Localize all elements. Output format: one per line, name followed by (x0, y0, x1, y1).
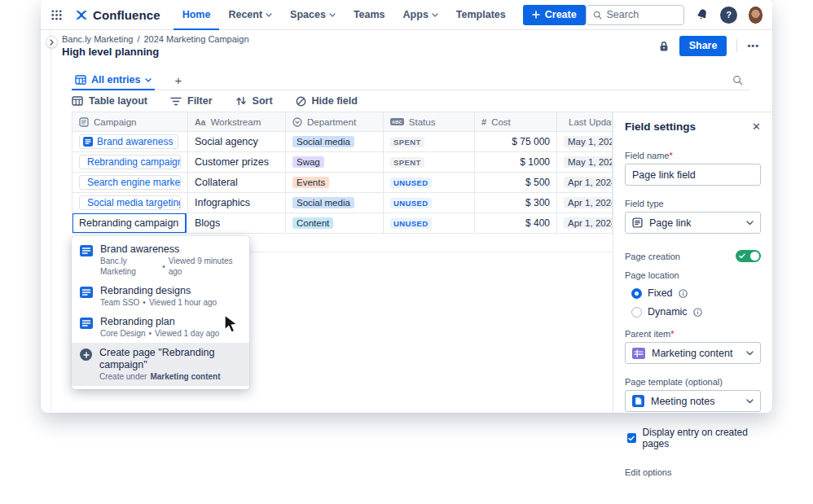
confluence-window: Confluence Home Recent Spaces Teams Apps… (41, 0, 772, 413)
database-icon (632, 348, 645, 359)
table-layout-button[interactable]: Table layout (72, 95, 147, 107)
page-link-combobox[interactable]: Rebranding campaign (73, 213, 187, 234)
field-name-input[interactable] (625, 164, 761, 186)
department-cell[interactable]: Content (286, 213, 384, 234)
column-header-cost[interactable]: # Cost (475, 112, 557, 132)
status-cell[interactable]: UNUSED (384, 193, 475, 213)
radio-dynamic[interactable]: Dynamic (631, 306, 761, 318)
workstream-cell[interactable]: Social agency (188, 132, 286, 152)
create-page-option[interactable]: Create page "Rebranding campaign" Create… (72, 343, 249, 386)
text-field-icon: Aa (195, 117, 205, 127)
nav-recent[interactable]: Recent (219, 0, 281, 30)
date-cell[interactable]: Apr 1, 2024 (557, 213, 613, 234)
space-name: Banc.ly Marketing (100, 256, 159, 277)
table-search-icon[interactable] (732, 75, 743, 85)
department-badge: Social media (292, 197, 354, 208)
display-entry-checkbox-row[interactable]: Display entry on created pages (627, 427, 761, 449)
create-target: Marketing content (150, 371, 220, 382)
close-icon[interactable]: ✕ (752, 121, 761, 133)
parent-item-select[interactable]: Marketing content (625, 342, 761, 364)
breadcrumb-page[interactable]: 2024 Marketing Campaign (144, 34, 249, 44)
field-type-select[interactable]: Page link (625, 212, 761, 234)
nav-apps[interactable]: Apps (394, 0, 447, 30)
page-icon (80, 287, 93, 308)
status-cell[interactable]: UNUSED (384, 173, 475, 193)
top-navigation: Confluence Home Recent Spaces Teams Apps… (41, 0, 772, 30)
share-button[interactable]: Share (679, 36, 727, 56)
column-header-status[interactable]: ABC Status (384, 112, 475, 132)
status-cell[interactable]: UNUSED (384, 213, 475, 234)
workstream-cell[interactable]: Blogs (188, 213, 286, 234)
column-header-campaign[interactable]: Campaign (73, 112, 188, 132)
department-cell[interactable]: Events (286, 173, 384, 193)
sort-button[interactable]: Sort (235, 95, 273, 107)
cost-cell[interactable]: $ 300 (475, 193, 557, 213)
page-link-icon (632, 217, 643, 228)
breadcrumb-separator: / (137, 34, 139, 44)
date-cell[interactable]: May 1, 2024 (557, 152, 613, 173)
workstream-cell[interactable]: Customer prizes (188, 152, 286, 173)
page-template-select[interactable]: Meeting notes (625, 390, 761, 412)
page-link-chip[interactable]: Brand awareness (79, 134, 178, 149)
page-creation-toggle[interactable] (736, 250, 761, 262)
nav-home[interactable]: Home (174, 0, 220, 30)
field-settings-panel: Field settings ✕ Field name* Field type … (613, 112, 772, 413)
status-badge: SPENT (390, 157, 424, 168)
nav-spaces[interactable]: Spaces (281, 0, 345, 30)
notifications-bell-icon[interactable] (696, 8, 709, 21)
required-mark: * (669, 151, 672, 160)
chevron-down-icon (329, 13, 336, 17)
info-icon[interactable] (693, 308, 702, 317)
chevron-down-icon (266, 13, 272, 17)
global-search[interactable] (586, 5, 684, 25)
column-header-department[interactable]: Department (286, 112, 384, 132)
department-badge: Social media (292, 136, 354, 147)
department-cell[interactable]: Social media (286, 193, 384, 213)
date-cell[interactable]: Apr 1, 2024 (557, 193, 613, 213)
page-creation-label: Page creation (625, 252, 680, 261)
nav-teams[interactable]: Teams (345, 0, 394, 30)
column-header-last-update[interactable]: Last Update (557, 112, 613, 132)
cost-cell[interactable]: $ 500 (475, 173, 557, 193)
status-cell[interactable]: SPENT (384, 132, 475, 152)
cost-cell[interactable]: $ 400 (475, 213, 557, 234)
template-icon (632, 395, 644, 407)
radio-fixed[interactable]: Fixed (631, 287, 761, 299)
sidebar-expand-button[interactable] (46, 36, 58, 48)
hide-field-button[interactable]: Hide field (296, 95, 358, 107)
page-suggestion[interactable]: Rebranding plan Core Design•Viewed 1 day… (72, 312, 249, 343)
page-link-chip[interactable]: Social media targeting (79, 195, 181, 210)
panel-title: Field settings (625, 121, 696, 133)
page-suggestion[interactable]: Brand awareness Banc.ly Marketing•Viewed… (72, 239, 249, 281)
tab-all-entries[interactable]: All entries (72, 70, 155, 90)
page-link-chip[interactable]: Rebranding campaign (79, 155, 181, 169)
date-cell[interactable]: May 1, 2024 (557, 132, 613, 152)
help-icon[interactable]: ? (720, 7, 737, 24)
department-cell[interactable]: Social media (286, 132, 384, 152)
desktop-canvas: Confluence Home Recent Spaces Teams Apps… (0, 0, 813, 504)
restrictions-lock-icon[interactable] (658, 40, 670, 52)
page-link-chip[interactable]: Search engine marketing (79, 175, 181, 190)
edit-options-link[interactable]: Edit options (625, 467, 761, 477)
avatar[interactable] (749, 7, 762, 24)
department-cell[interactable]: Swag (286, 152, 384, 173)
date-cell[interactable]: Apr 1, 2024 (557, 173, 613, 193)
more-options-button[interactable]: ••• (747, 41, 759, 50)
filter-button[interactable]: Filter (170, 95, 213, 107)
column-header-workstream[interactable]: Aa Workstream (188, 112, 286, 132)
label-field-icon: ABC (390, 118, 404, 125)
app-switcher-icon[interactable] (48, 7, 65, 24)
create-button[interactable]: Create (523, 5, 586, 25)
workstream-cell[interactable]: Infographics (188, 193, 286, 213)
info-icon[interactable] (679, 289, 688, 298)
page-suggestion[interactable]: Rebranding designs Team SSO•Viewed 1 hou… (72, 281, 249, 312)
workstream-cell[interactable]: Collateral (188, 173, 286, 193)
breadcrumb-space[interactable]: Banc.ly Marketing (62, 34, 133, 44)
confluence-logo[interactable]: Confluence (75, 8, 160, 22)
cost-cell[interactable]: $ 75 000 (475, 132, 557, 152)
status-cell[interactable]: SPENT (384, 152, 475, 173)
cost-cell[interactable]: $ 1000 (475, 152, 557, 173)
search-input[interactable] (607, 9, 678, 20)
add-view-button[interactable]: + (174, 74, 182, 86)
nav-templates[interactable]: Templates (447, 0, 515, 30)
